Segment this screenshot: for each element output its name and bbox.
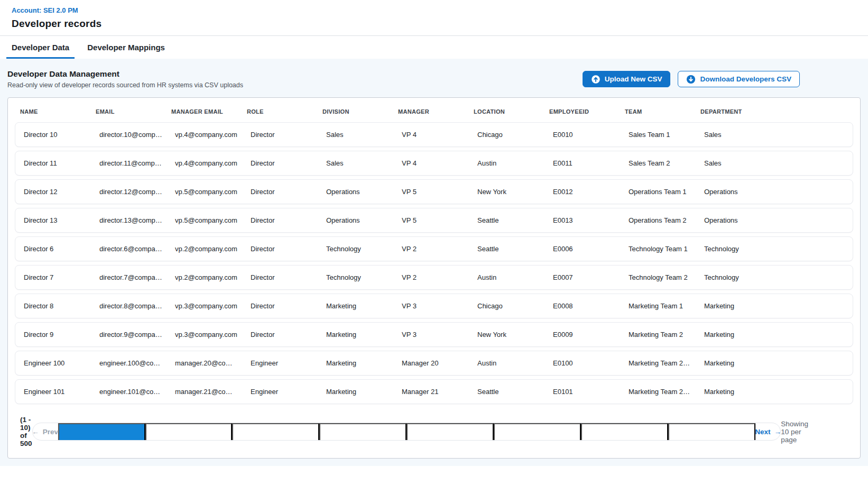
- cell-manager-email: vp.3@company.com: [167, 331, 242, 338]
- cell-manager: VP 4: [393, 131, 469, 139]
- next-label: Next: [755, 428, 770, 436]
- cell-email: director.6@company....: [91, 245, 167, 253]
- cell-manager-email: vp.4@company.com: [167, 159, 242, 167]
- cell-location: Chicago: [469, 131, 544, 139]
- left-arrow-icon: ←: [32, 428, 39, 436]
- cell-team: Sales Team 1: [620, 131, 696, 139]
- cell-department: Operations: [696, 216, 771, 224]
- cell-division: Marketing: [318, 302, 393, 310]
- tab-developer-mappings[interactable]: Developer Mappings: [82, 36, 170, 59]
- cell-manager: VP 5: [393, 188, 469, 196]
- cell-department: Marketing: [696, 331, 771, 338]
- page-button-50[interactable]: 50: [668, 423, 755, 441]
- page-button-5[interactable]: 5: [407, 423, 494, 441]
- upload-new-csv-button[interactable]: Upload New CSV: [583, 71, 671, 87]
- table-body: Director 10 director.10@compan... vp.4@c…: [15, 122, 853, 404]
- cell-division: Technology: [318, 245, 393, 253]
- cell-manager: VP 3: [393, 302, 469, 310]
- cell-employeeid: E0011: [544, 159, 620, 167]
- cell-email: director.9@company....: [91, 331, 167, 338]
- table-row: Engineer 100 engineer.100@comp... manage…: [15, 351, 853, 376]
- cell-employeeid: E0101: [544, 388, 620, 396]
- cell-name: Director 10: [15, 131, 91, 139]
- table-row: Director 11 director.11@compan... vp.4@c…: [15, 151, 853, 176]
- cell-employeeid: E0012: [544, 188, 620, 196]
- cell-manager-email: vp.2@company.com: [167, 245, 242, 253]
- cell-team: Marketing Team 2 Su...: [620, 359, 696, 367]
- section-subtitle: Read-only view of developer records sour…: [7, 81, 243, 89]
- cell-name: Director 13: [15, 216, 91, 224]
- cell-manager: VP 2: [393, 273, 469, 281]
- cell-employeeid: E0009: [544, 331, 620, 338]
- column-header: MANAGER: [393, 108, 468, 115]
- cell-manager-email: vp.4@company.com: [167, 131, 242, 139]
- cell-team: Sales Team 2: [620, 159, 696, 167]
- cell-team: Technology Team 1: [620, 245, 696, 253]
- table-row: Director 12 director.12@compan... vp.5@c…: [15, 179, 853, 204]
- cell-role: Director: [242, 245, 318, 253]
- page-button-3[interactable]: 3: [232, 423, 319, 441]
- section-header: Developer Data Management Read-only view…: [7, 66, 861, 97]
- table-row: Director 10 director.10@compan... vp.4@c…: [15, 122, 853, 147]
- page-button-2[interactable]: 2: [145, 423, 233, 441]
- cell-manager-email: vp.5@company.com: [167, 216, 242, 224]
- cell-role: Engineer: [242, 388, 318, 396]
- cell-role: Director: [242, 216, 318, 224]
- table-row: Director 9 director.9@company.... vp.3@c…: [15, 322, 853, 347]
- page-button-1[interactable]: 1: [58, 423, 145, 441]
- pager-ellipsis: •••: [494, 423, 581, 441]
- cell-department: Marketing: [696, 302, 771, 310]
- column-header: NAME: [15, 108, 90, 115]
- cell-name: Engineer 100: [15, 359, 91, 367]
- next-page-button[interactable]: Next →: [755, 423, 780, 440]
- cell-location: Seattle: [469, 388, 544, 396]
- cell-location: New York: [469, 188, 544, 196]
- cell-team: Operations Team 1: [620, 188, 696, 196]
- upload-circle-icon: [591, 75, 601, 84]
- cell-manager-email: manager.20@compa...: [167, 359, 242, 367]
- column-header: ROLE: [242, 108, 317, 115]
- tab-developer-data[interactable]: Developer Data: [6, 36, 75, 59]
- page-button-49[interactable]: 49: [581, 423, 668, 441]
- cell-role: Director: [242, 302, 318, 310]
- cell-division: Sales: [318, 131, 393, 139]
- results-range-text: (1 - 10) of 500: [20, 416, 32, 447]
- cell-role: Director: [242, 131, 318, 139]
- cell-email: director.8@company....: [91, 302, 167, 310]
- cell-location: Austin: [469, 273, 544, 281]
- column-header: DIVISION: [317, 108, 393, 115]
- cell-team: Marketing Team 2 Su...: [620, 388, 696, 396]
- cell-name: Director 7: [15, 273, 91, 281]
- cell-department: Technology: [696, 245, 771, 253]
- cell-division: Operations: [318, 188, 393, 196]
- cell-manager: VP 2: [393, 245, 469, 253]
- prev-page-button[interactable]: ← Prev: [33, 423, 58, 440]
- content-area: Developer Data Management Read-only view…: [0, 59, 868, 466]
- table-footer: (1 - 10) of 500 ← Prev 12345•••4950 Next…: [15, 408, 853, 453]
- developer-records-page: Account: SEI 2.0 PM Developer records De…: [0, 0, 868, 485]
- cell-location: New York: [469, 331, 544, 338]
- cell-role: Director: [242, 273, 318, 281]
- cell-location: Seattle: [469, 216, 544, 224]
- table-row: Director 8 director.8@company.... vp.3@c…: [15, 294, 853, 318]
- cell-manager-email: manager.21@compa...: [167, 388, 242, 396]
- cell-email: director.13@compan...: [91, 216, 167, 224]
- cell-role: Director: [242, 159, 318, 167]
- cell-name: Director 6: [15, 245, 91, 253]
- cell-manager: VP 3: [393, 331, 469, 338]
- cell-division: Marketing: [318, 331, 393, 338]
- cell-employeeid: E0010: [544, 131, 620, 139]
- account-link[interactable]: Account: SEI 2.0 PM: [12, 6, 78, 14]
- right-arrow-icon: →: [774, 428, 781, 436]
- cell-employeeid: E0007: [544, 273, 620, 281]
- download-developers-csv-button[interactable]: Download Developers CSV: [678, 71, 800, 87]
- cell-manager: VP 4: [393, 159, 469, 167]
- table-header-row: NAMEEMAILMANAGER EMAILROLEDIVISIONMANAGE…: [15, 104, 853, 122]
- cell-department: Marketing: [696, 359, 771, 367]
- cell-department: Operations: [696, 188, 771, 196]
- page-button-4[interactable]: 4: [319, 423, 407, 441]
- cell-name: Director 9: [15, 331, 91, 338]
- cell-email: engineer.100@comp...: [91, 359, 167, 367]
- cell-manager: Manager 21: [393, 388, 469, 396]
- cell-division: Technology: [318, 273, 393, 281]
